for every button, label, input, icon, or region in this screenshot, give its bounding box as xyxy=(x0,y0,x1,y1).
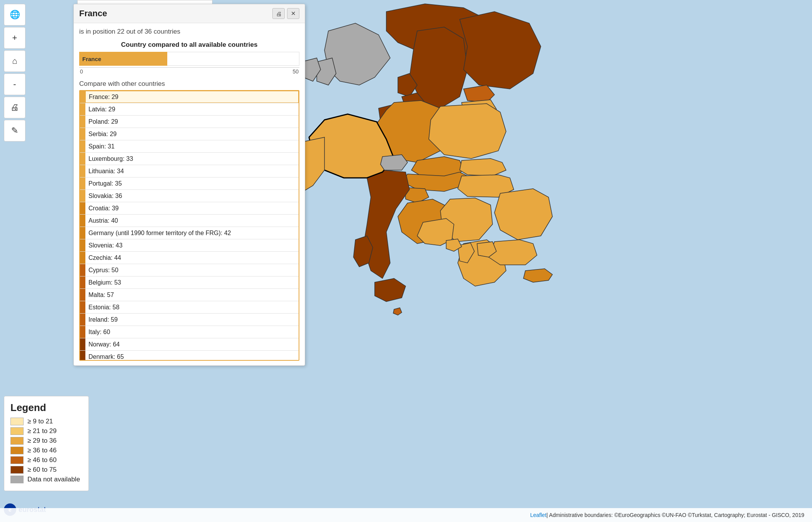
compare-item-text: Serbia: 29 xyxy=(85,128,299,140)
popup-header: France 🖨 ✕ xyxy=(74,4,305,23)
compare-item[interactable]: Spain: 31 xyxy=(80,140,299,153)
popup-close-button[interactable]: ✕ xyxy=(287,8,299,19)
compare-item-text: Germany (until 1990 former territory of … xyxy=(85,227,299,239)
compare-item-text: Luxembourg: 33 xyxy=(85,153,299,165)
compare-item[interactable]: Slovakia: 36 xyxy=(80,190,299,202)
compare-item[interactable]: Latvia: 29 xyxy=(80,103,299,116)
compare-item[interactable]: Poland: 29 xyxy=(80,116,299,128)
leaflet-link[interactable]: Leaflet xyxy=(530,512,547,518)
compare-item-swatch xyxy=(80,190,85,202)
compare-item[interactable]: France: 29 xyxy=(80,91,299,103)
compare-item-swatch xyxy=(80,153,85,165)
legend-item-label: Data not available xyxy=(27,476,80,483)
compare-item-swatch xyxy=(80,103,85,115)
compare-item-swatch xyxy=(80,215,85,227)
compare-item[interactable]: Belgium: 53 xyxy=(80,276,299,289)
compare-item[interactable]: Czechia: 44 xyxy=(80,252,299,264)
zoom-in-icon: + xyxy=(12,33,17,43)
edit-icon: ✎ xyxy=(11,126,18,136)
legend-items: ≥ 9 to 21 ≥ 21 to 29 ≥ 29 to 36 ≥ 36 to … xyxy=(10,418,82,483)
compare-item[interactable]: Serbia: 29 xyxy=(80,128,299,140)
chart-axis-start: 0 xyxy=(80,68,83,75)
compare-item-text: France: 29 xyxy=(85,91,299,103)
popup-print-button[interactable]: 🖨 xyxy=(272,8,285,19)
compare-item-swatch xyxy=(80,227,85,239)
legend-item: ≥ 9 to 21 xyxy=(10,418,82,425)
compare-list[interactable]: France: 29 Latvia: 29 Poland: 29 Serbia:… xyxy=(79,90,299,361)
legend-item: ≥ 46 to 60 xyxy=(10,456,82,464)
compare-item[interactable]: Slovenia: 43 xyxy=(80,239,299,252)
compare-item-text: Croatia: 39 xyxy=(85,202,299,214)
compare-item[interactable]: Estonia: 58 xyxy=(80,301,299,314)
edit-button[interactable]: ✎ xyxy=(4,120,25,142)
legend-item-label: ≥ 29 to 36 xyxy=(27,437,57,445)
compare-item[interactable]: Croatia: 39 xyxy=(80,202,299,215)
compare-item-text: Denmark: 65 xyxy=(85,351,299,361)
compare-item[interactable]: Lithuania: 34 xyxy=(80,165,299,177)
compare-item-swatch xyxy=(80,326,85,338)
compare-item-swatch xyxy=(80,276,85,288)
compare-item-swatch xyxy=(80,351,85,361)
compare-item-swatch xyxy=(80,314,85,326)
legend-title: Legend xyxy=(10,402,82,414)
legend-item-label: ≥ 36 to 46 xyxy=(27,447,57,454)
compare-item-swatch xyxy=(80,264,85,276)
compare-item-text: Norway: 64 xyxy=(85,338,299,350)
compare-item[interactable]: Austria: 40 xyxy=(80,215,299,227)
home-icon: ⌂ xyxy=(12,56,17,66)
compare-item-swatch xyxy=(80,289,85,301)
home-button[interactable]: ⌂ xyxy=(4,50,25,72)
zoom-in-button[interactable]: + xyxy=(4,27,25,49)
legend-swatch xyxy=(10,466,24,474)
compare-item-swatch xyxy=(80,338,85,350)
compare-item-text: Portugal: 35 xyxy=(85,177,299,189)
zoom-out-icon: - xyxy=(13,79,16,89)
legend-item: ≥ 21 to 29 xyxy=(10,427,82,435)
compare-item[interactable]: Norway: 64 xyxy=(80,338,299,351)
compare-item-swatch xyxy=(80,239,85,251)
legend-item: ≥ 60 to 75 xyxy=(10,466,82,474)
compare-item-text: Slovakia: 36 xyxy=(85,190,299,202)
compare-item-text: Lithuania: 34 xyxy=(85,165,299,177)
legend-item-label: ≥ 9 to 21 xyxy=(27,418,53,425)
zoom-out-button[interactable]: - xyxy=(4,73,25,95)
legend-item: Data not available xyxy=(10,476,82,483)
compare-item[interactable]: Germany (until 1990 former territory of … xyxy=(80,227,299,239)
compare-item[interactable]: Denmark: 65 xyxy=(80,351,299,361)
compare-item-text: Poland: 29 xyxy=(85,116,299,128)
compare-item[interactable]: Luxembourg: 33 xyxy=(80,153,299,165)
chart-axis-line xyxy=(79,67,299,68)
compare-item-text: Estonia: 58 xyxy=(85,301,299,313)
compare-item-text: Latvia: 29 xyxy=(85,103,299,115)
compare-item[interactable]: Italy: 60 xyxy=(80,326,299,338)
legend-item-label: ≥ 46 to 60 xyxy=(27,456,57,464)
compare-item-text: Slovenia: 43 xyxy=(85,239,299,251)
legend-item-label: ≥ 60 to 75 xyxy=(27,466,57,474)
chart-bar-fill: France xyxy=(79,52,167,66)
popup-close-icon: ✕ xyxy=(291,10,296,17)
compare-item-text: Belgium: 53 xyxy=(85,276,299,288)
globe-icon: 🌐 xyxy=(10,10,20,20)
compare-item-text: Czechia: 44 xyxy=(85,252,299,264)
compare-label: Compare with other countries xyxy=(79,80,299,88)
popup-title: France xyxy=(79,9,107,19)
legend-swatch xyxy=(10,476,24,483)
print-button[interactable]: 🖨 xyxy=(4,97,25,118)
popup-dialog: France 🖨 ✕ is in position 22 out of 36 c… xyxy=(73,4,305,366)
compare-item[interactable]: Ireland: 59 xyxy=(80,314,299,326)
compare-item-text: Ireland: 59 xyxy=(85,314,299,326)
legend-item: ≥ 29 to 36 xyxy=(10,437,82,445)
legend-swatch xyxy=(10,456,24,464)
chart-bar-container: France xyxy=(79,52,299,66)
popup-print-icon: 🖨 xyxy=(276,10,282,17)
legend-swatch xyxy=(10,447,24,454)
globe-button[interactable]: 🌐 xyxy=(4,4,25,26)
popup-body: is in position 22 out of 36 countries Co… xyxy=(74,23,305,365)
compare-item-text: Malta: 57 xyxy=(85,289,299,301)
compare-item[interactable]: Cyprus: 50 xyxy=(80,264,299,276)
compare-item[interactable]: Portugal: 35 xyxy=(80,177,299,190)
chart-section: Country compared to all available countr… xyxy=(79,41,299,75)
print-icon: 🖨 xyxy=(10,102,19,113)
compare-item-swatch xyxy=(80,140,85,152)
compare-item[interactable]: Malta: 57 xyxy=(80,289,299,301)
